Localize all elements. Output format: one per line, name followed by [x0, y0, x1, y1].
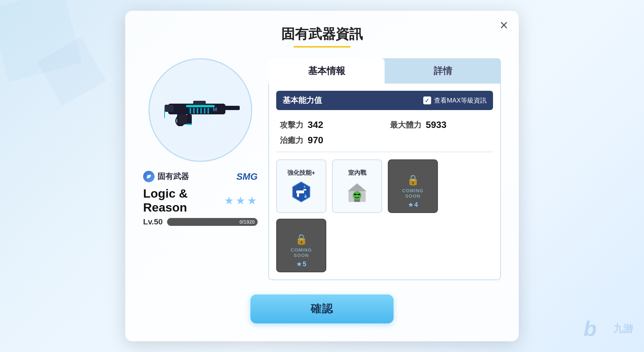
skill-card-enhance[interactable]: 強化技能+ +: [276, 159, 326, 213]
skill-star-num-4: 4: [414, 201, 418, 209]
confirm-area: 確認: [143, 294, 501, 323]
title-underline: [293, 46, 351, 48]
right-panel: 基本情報 詳情 基本能力值 ✓ 查看MAX等級資訊: [268, 58, 501, 280]
skill-enhance-icon: +: [290, 180, 313, 203]
svg-rect-20: [296, 190, 304, 193]
tab-details[interactable]: 詳情: [385, 58, 501, 84]
stat-heal: 治癒力 970: [280, 135, 379, 146]
svg-rect-5: [197, 108, 198, 114]
tab-basic-info[interactable]: 基本情報: [268, 58, 385, 84]
skill-star-badge-4: ★ 4: [408, 201, 418, 209]
skill-enhance-name: 強化技能+: [287, 169, 315, 177]
svg-text:b: b: [584, 317, 597, 341]
level-label: Lv.50: [143, 217, 163, 227]
svg-rect-12: [193, 101, 206, 105]
svg-point-17: [146, 174, 152, 179]
skill-card-locked-5: 🔒 COMING SOON ★ 5: [276, 219, 326, 272]
star-2: ★: [236, 195, 246, 205]
watermark-text: 九游: [613, 322, 633, 336]
stat-attack: 攻擊力 342: [280, 119, 379, 130]
weapon-name-row: Logic & Reason ★ ★ ★: [143, 187, 258, 214]
skill-card-locked-4: 🔒 COMING SOON ★ 4: [388, 159, 438, 213]
max-level-checkbox[interactable]: ✓ 查看MAX等級資訊: [423, 96, 487, 105]
skill-star-badge-5: ★ 5: [296, 260, 306, 268]
checkbox-box: ✓: [423, 96, 431, 104]
watermark: b 九游: [582, 316, 633, 341]
stat-hp-label: 最大體力: [390, 120, 421, 130]
star-3: ★: [248, 195, 258, 205]
stat-attack-label: 攻擊力: [280, 120, 303, 130]
weapon-type-icon: [143, 171, 155, 182]
weapon-type-label: 固有武器: [157, 171, 189, 182]
stats-grid: 攻擊力 342 最大體力 5933 治癒力 970: [276, 116, 493, 152]
svg-text:M: M: [213, 106, 217, 112]
skill-star-num-5: 5: [303, 261, 306, 268]
svg-rect-15: [187, 124, 192, 125]
modal-title: 固有武器資訊: [143, 25, 501, 43]
svg-rect-4: [193, 108, 195, 114]
stat-attack-value: 342: [308, 119, 323, 130]
star-1: ★: [225, 195, 235, 205]
confirm-button[interactable]: 確認: [250, 294, 394, 323]
watermark-logo-svg: b: [582, 316, 610, 341]
weapon-image-circle: M: [148, 58, 252, 162]
svg-rect-31: [354, 194, 356, 195]
stat-heal-label: 治癒力: [280, 135, 303, 146]
svg-rect-13: [179, 114, 187, 124]
skill-card-indoor[interactable]: 室內戰: [332, 159, 382, 213]
modal-content: M: [143, 58, 501, 280]
weapon-type-badge: 固有武器: [143, 171, 189, 182]
skills-row: 強化技能+ +: [276, 159, 493, 272]
rocket-icon: [146, 173, 152, 180]
close-button[interactable]: ×: [500, 18, 508, 32]
svg-rect-8: [208, 108, 209, 114]
svg-text:+: +: [303, 184, 306, 189]
svg-rect-9: [165, 105, 174, 112]
svg-rect-3: [190, 108, 191, 114]
stat-heal-value: 970: [308, 135, 323, 146]
svg-rect-6: [200, 108, 202, 114]
tab-bar: 基本情報 詳情: [268, 58, 501, 84]
max-level-label: 查看MAX等級資訊: [434, 96, 487, 105]
modal-container: × 固有武器資訊: [125, 11, 519, 341]
svg-rect-11: [187, 114, 192, 125]
skill-indoor-name: 室內戰: [348, 169, 366, 177]
stats-header: 基本能力值 ✓ 查看MAX等級資訊: [276, 91, 493, 110]
stat-hp: 最大體力 5933: [390, 119, 489, 130]
weapon-stars: ★ ★ ★: [225, 195, 258, 205]
level-row: Lv.50 0/1920: [143, 217, 258, 227]
svg-point-28: [353, 191, 361, 200]
left-panel: M: [143, 58, 258, 227]
svg-rect-1: [224, 106, 240, 110]
stats-header-title: 基本能力值: [283, 95, 322, 106]
weapon-category-smg: SMG: [236, 171, 258, 182]
lock-icon-5: 🔒: [295, 233, 308, 245]
stat-hp-value: 5933: [426, 119, 447, 130]
svg-rect-7: [204, 108, 205, 114]
weapon-type-row: 固有武器 SMG: [143, 171, 258, 182]
skill-indoor-icon: [346, 180, 369, 203]
level-progress-text: 0/1920: [239, 219, 255, 225]
svg-rect-2: [186, 105, 215, 107]
stat-empty: [390, 135, 489, 146]
modal-overlay: × 固有武器資訊: [0, 0, 644, 352]
info-box: 基本能力值 ✓ 查看MAX等級資訊 攻擊力 342 最大體力: [268, 84, 501, 280]
svg-marker-26: [348, 183, 366, 191]
svg-rect-32: [358, 194, 360, 195]
weapon-svg: M: [157, 85, 243, 135]
lock-icon-4: 🔒: [407, 174, 419, 186]
svg-rect-22: [297, 193, 299, 197]
weapon-name-text: Logic & Reason: [143, 187, 220, 214]
level-bar-container: 0/1920: [167, 218, 258, 226]
